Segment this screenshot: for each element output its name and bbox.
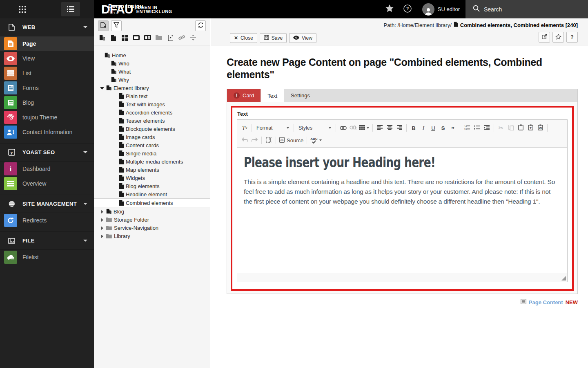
drag-backend-layout-icon[interactable]	[121, 34, 128, 41]
align-left-button[interactable]	[375, 123, 385, 133]
tree-node-home[interactable]: Home	[94, 51, 210, 59]
tab-settings[interactable]: Settings	[284, 89, 316, 102]
tree-node-element-library[interactable]: Element library	[94, 84, 210, 92]
copy-button[interactable]	[506, 123, 516, 133]
tree-node-content-cards[interactable]: Content cards	[94, 141, 210, 149]
help-button[interactable]: ?	[399, 0, 416, 18]
numbered-list-button[interactable]: 1=2=	[462, 123, 472, 133]
sidebar-item-view[interactable]: View	[0, 51, 94, 66]
source-button[interactable]: <> Source	[278, 135, 305, 145]
drag-frontend-page-icon[interactable]	[132, 34, 140, 41]
drag-spacer-icon[interactable]	[189, 34, 197, 41]
tree-node-headline-element[interactable]: Headline element	[94, 190, 210, 198]
cut-button[interactable]: ✂	[496, 123, 506, 133]
bulleted-list-button[interactable]	[472, 123, 482, 133]
tree-node-blog[interactable]: Blog	[94, 207, 210, 215]
remove-format-button[interactable]: Tx	[240, 123, 249, 133]
bold-button[interactable]: B	[409, 123, 419, 133]
blockquote-button[interactable]: ”	[448, 123, 458, 133]
tree-node-why[interactable]: Why	[94, 76, 210, 84]
tree-node-widgets[interactable]: Widgets	[94, 174, 210, 182]
global-search[interactable]: Search	[466, 0, 588, 18]
tree-node-blog-elements[interactable]: Blog elements	[94, 182, 210, 190]
pagetree-toggle-button[interactable]	[61, 2, 80, 16]
rte-content-area[interactable]: Please insert your Heading here! This is…	[237, 148, 567, 273]
insert-table-button[interactable]	[358, 123, 370, 133]
show-blocks-button[interactable]	[264, 135, 274, 145]
indent-button[interactable]	[482, 123, 492, 133]
tree-node-map-elements[interactable]: Map elements	[94, 166, 210, 174]
tree-node-teaser-elements[interactable]: Teaser elements	[94, 117, 210, 125]
doc-help-button[interactable]: ?	[566, 32, 578, 43]
section-yoast-seo[interactable]: y YOAST SEO	[0, 144, 94, 162]
format-dropdown[interactable]: Format	[254, 123, 292, 132]
bookmark-button[interactable]	[552, 32, 564, 43]
tree-node-text-with-images[interactable]: Text with images	[94, 100, 210, 108]
align-right-button[interactable]	[394, 123, 404, 133]
sidebar-item-blog[interactable]: Blog	[0, 95, 94, 110]
redo-button[interactable]	[249, 135, 259, 145]
strikethrough-button[interactable]: S	[438, 123, 448, 133]
sidebar-item-dashboard[interactable]: i Dashboard	[0, 162, 94, 176]
section-site-management[interactable]: SITE MANAGEMENT	[0, 195, 94, 213]
tree-node-what[interactable]: What	[94, 67, 210, 76]
modules-menu-button[interactable]	[13, 2, 32, 16]
sidebar-item-redirects[interactable]: Redirects	[0, 213, 94, 228]
paste-button[interactable]	[516, 123, 526, 133]
tab-card[interactable]: ! Card	[227, 89, 261, 102]
italic-button[interactable]: I	[419, 123, 428, 133]
filter-button[interactable]	[111, 20, 122, 31]
styles-dropdown[interactable]: Styles	[296, 123, 334, 132]
record-type-link[interactable]: Page Content	[529, 299, 563, 305]
drag-link-icon[interactable]	[178, 34, 185, 41]
paste-from-word-button[interactable]: W	[535, 123, 545, 133]
user-menu-button[interactable]: SU editor	[416, 0, 466, 18]
undo-button[interactable]	[240, 135, 249, 145]
tree-node-combined-elements-selected[interactable]: Combined elements	[94, 198, 210, 207]
tree-node-accordion-elements[interactable]: Accordion elements	[94, 108, 210, 117]
refresh-tree-button[interactable]	[195, 20, 206, 31]
align-center-button[interactable]	[385, 123, 394, 133]
expand-arrow-icon[interactable]	[100, 234, 104, 238]
tree-node-single-media[interactable]: Single media	[94, 149, 210, 157]
tree-node-who[interactable]: Who	[94, 59, 210, 67]
tree-node-image-cards[interactable]: Image cards	[94, 133, 210, 141]
underline-button[interactable]: U	[428, 123, 438, 133]
sidebar-item-contact-information[interactable]: Contact Information	[0, 125, 94, 139]
close-button[interactable]: ✕ Close	[230, 33, 257, 43]
tree-node-storage-folder[interactable]: Storage Folder	[94, 215, 210, 224]
drag-page-icon[interactable]	[109, 34, 117, 41]
drag-panel-icon[interactable]	[144, 34, 151, 41]
tree-node-service-navigation[interactable]: Service-Navigation	[94, 224, 210, 232]
tree-node-multiple-media-elements[interactable]: Multiple media elements	[94, 157, 210, 166]
tab-text[interactable]: Text	[261, 89, 284, 102]
view-button[interactable]: View	[289, 33, 316, 43]
sidebar-item-list[interactable]: List	[0, 66, 94, 81]
drag-shortcut-page-icon[interactable]	[167, 34, 174, 41]
expand-arrow-icon[interactable]	[100, 209, 104, 214]
paste-as-text-button[interactable]: T	[526, 123, 535, 133]
section-file[interactable]: FILE	[0, 232, 94, 250]
spellcheck-button[interactable]: ABC	[309, 135, 323, 145]
drag-sitepage-icon[interactable]	[98, 34, 105, 41]
bookmarks-button[interactable]	[381, 0, 399, 18]
expand-arrow-icon[interactable]	[100, 218, 104, 222]
tree-node-plain-text[interactable]: Plain text	[94, 92, 210, 100]
tree-node-library[interactable]: Library	[94, 232, 210, 240]
sidebar-item-forms[interactable]: Forms	[0, 81, 94, 95]
sidebar-item-filelist[interactable]: Filelist	[0, 250, 94, 265]
new-page-button[interactable]	[98, 20, 109, 31]
tree-node-blockquote-elements[interactable]: Blockquote elements	[94, 125, 210, 133]
open-in-new-window-button[interactable]	[539, 32, 550, 43]
resize-handle[interactable]	[561, 276, 566, 280]
sidebar-item-overview[interactable]: Overview	[0, 176, 94, 191]
sidebar-item-page[interactable]: Page	[0, 36, 94, 51]
sidebar-item-toujou-theme[interactable]: toujou Theme	[0, 110, 94, 125]
unlink-button[interactable]	[348, 123, 358, 133]
save-button[interactable]: Save	[260, 33, 287, 43]
expand-arrow-icon[interactable]	[100, 226, 104, 230]
section-web[interactable]: WEB	[0, 18, 94, 36]
drag-folder-icon[interactable]	[155, 34, 163, 41]
collapse-arrow-icon[interactable]	[100, 86, 104, 90]
insert-link-button[interactable]	[338, 123, 348, 133]
